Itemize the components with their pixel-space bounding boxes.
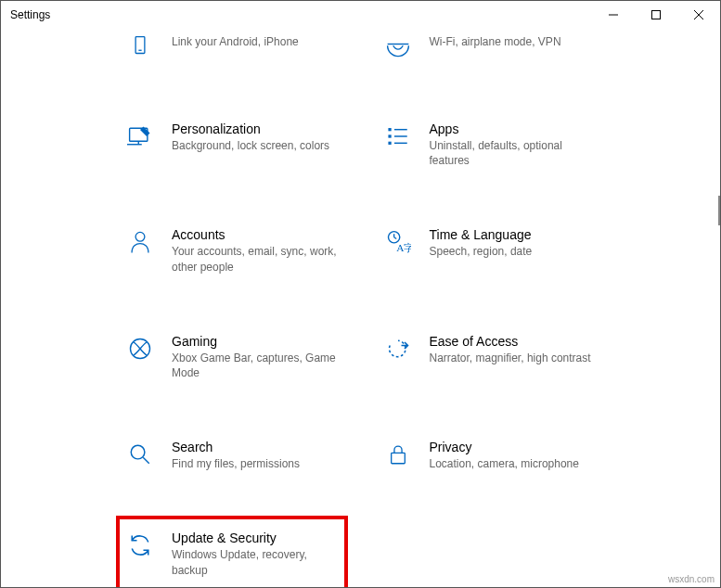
- watermark: wsxdn.com: [668, 574, 715, 584]
- globe-icon: [383, 32, 413, 62]
- svg-rect-11: [388, 134, 391, 137]
- settings-item-desc: Background, lock screen, colors: [172, 138, 329, 153]
- settings-item-label: Personalization: [172, 121, 329, 136]
- lock-icon: [383, 440, 413, 469]
- svg-text:A字: A字: [396, 242, 411, 253]
- settings-item-label: Apps: [430, 121, 597, 136]
- titlebar: Settings: [1, 1, 720, 29]
- settings-item-desc: Speech, region, date: [430, 244, 533, 259]
- time-language-icon: A字: [383, 227, 413, 257]
- settings-item-desc: Find my files, permissions: [172, 456, 300, 471]
- settings-item-ease-of-access[interactable]: Ease of Access Narrator, magnifier, high…: [380, 330, 600, 384]
- apps-icon: [383, 121, 413, 151]
- settings-item-label: Privacy: [430, 440, 579, 454]
- scrollbar[interactable]: [718, 196, 720, 225]
- personalization-icon: [125, 121, 155, 151]
- settings-item-desc: Your accounts, email, sync, work, other …: [172, 244, 339, 274]
- svg-point-22: [131, 445, 145, 459]
- settings-item-desc: Narrator, magnifier, high contrast: [430, 351, 591, 365]
- settings-item-search[interactable]: Search Find my files, permissions: [122, 436, 342, 475]
- settings-item-phone[interactable]: Link your Android, iPhone: [122, 29, 342, 66]
- settings-item-accounts[interactable]: Accounts Your accounts, email, sync, wor…: [122, 224, 342, 277]
- settings-item-network[interactable]: Wi-Fi, airplane mode, VPN: [380, 29, 600, 66]
- minimize-button[interactable]: [592, 1, 635, 28]
- maximize-button[interactable]: [635, 1, 677, 28]
- settings-item-label: Search: [172, 440, 300, 454]
- settings-item-desc: Link your Android, iPhone: [172, 34, 299, 49]
- settings-item-desc: Uninstall, defaults, optional features: [430, 138, 597, 168]
- settings-item-gaming[interactable]: Gaming Xbox Game Bar, captures, Game Mod…: [122, 330, 342, 384]
- svg-line-19: [393, 237, 396, 239]
- settings-item-label: Accounts: [172, 227, 339, 242]
- window-controls: [592, 1, 720, 28]
- close-button[interactable]: [677, 1, 720, 28]
- settings-item-desc: Location, camera, microphone: [430, 456, 579, 471]
- svg-rect-12: [388, 142, 391, 145]
- svg-line-23: [143, 457, 149, 464]
- settings-item-desc: Windows Update, recovery, backup: [172, 547, 339, 577]
- settings-item-time-language[interactable]: A字 Time & Language Speech, region, date: [380, 224, 600, 277]
- settings-item-desc: Xbox Game Bar, captures, Game Mode: [172, 351, 339, 380]
- phone-icon: [125, 32, 155, 62]
- svg-point-16: [135, 233, 145, 242]
- settings-item-label: Gaming: [172, 334, 339, 349]
- settings-item-label: Ease of Access: [430, 334, 591, 349]
- svg-rect-1: [652, 10, 661, 19]
- sync-icon: [125, 530, 155, 560]
- svg-rect-10: [388, 128, 391, 131]
- settings-item-update-security[interactable]: Update & Security Windows Update, recove…: [122, 521, 342, 586]
- xbox-icon: [125, 334, 155, 364]
- window-title: Settings: [10, 8, 50, 21]
- svg-rect-24: [391, 454, 405, 464]
- settings-item-privacy[interactable]: Privacy Location, camera, microphone: [380, 436, 600, 475]
- settings-item-label: Update & Security: [172, 530, 339, 545]
- settings-item-apps[interactable]: Apps Uninstall, defaults, optional featu…: [380, 118, 600, 172]
- person-icon: [125, 227, 155, 257]
- settings-content: Link your Android, iPhone Wi-Fi, airplan…: [1, 29, 720, 587]
- settings-item-personalization[interactable]: Personalization Background, lock screen,…: [122, 118, 342, 172]
- settings-item-label: Time & Language: [430, 227, 533, 242]
- settings-grid: Link your Android, iPhone Wi-Fi, airplan…: [122, 29, 599, 587]
- ease-of-access-icon: [383, 334, 413, 364]
- settings-item-desc: Wi-Fi, airplane mode, VPN: [430, 34, 561, 49]
- search-icon: [125, 440, 155, 469]
